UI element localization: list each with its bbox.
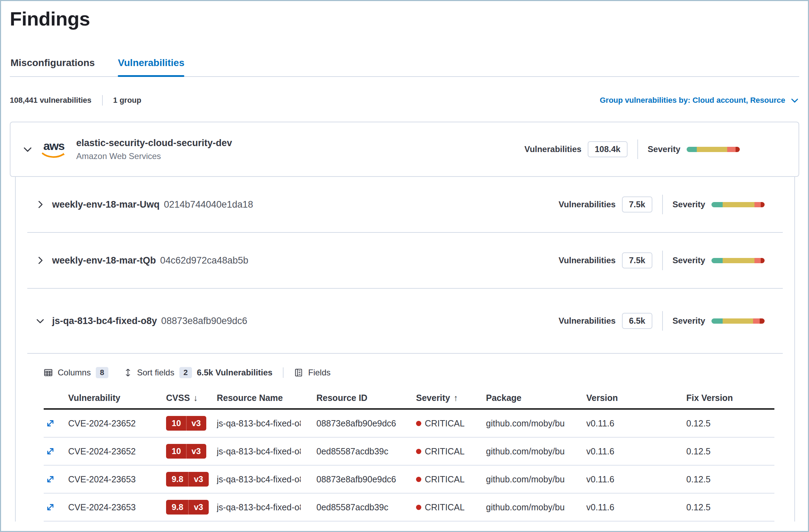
vulnerabilities-total: 108,441 vulnerabilities	[10, 96, 92, 105]
severity-cell: CRITICAL	[416, 446, 486, 456]
cvss-version: v3	[188, 472, 209, 487]
severity-label: Severity	[673, 256, 705, 265]
group-by-selector[interactable]: Group vulnerabilities by: Cloud account,…	[600, 96, 799, 105]
chevron-down-icon	[22, 144, 33, 154]
header-resource-id[interactable]: Resource ID	[316, 393, 416, 403]
severity-cell: CRITICAL	[416, 502, 486, 512]
table-row: CVE-2024-23652 10 v3 js-qa-813-bc4-fixed…	[44, 410, 774, 438]
header-version[interactable]: Version	[586, 393, 686, 403]
account-name: elastic-security-cloud-security-dev	[76, 138, 232, 149]
resource-id: 08873e8afb90e9dc6	[316, 418, 400, 429]
sort-descending-icon: ↓	[193, 393, 198, 403]
severity-bar	[687, 147, 740, 152]
header-vulnerability[interactable]: Vulnerability	[68, 393, 166, 403]
header-cvss[interactable]: CVSS↓	[166, 393, 217, 403]
vulnerabilities-label: Vulnerabilities	[524, 144, 581, 154]
fix-version: 0.12.5	[686, 418, 771, 429]
app-window: Findings Misconfigurations Vulnerabiliti…	[0, 0, 809, 532]
version: v0.11.6	[586, 474, 686, 484]
fields-button[interactable]: Fields	[294, 368, 330, 378]
expand-finding-button[interactable]	[44, 417, 57, 430]
critical-dot-icon	[416, 505, 421, 510]
package: github.com/moby/bu	[486, 446, 570, 456]
expand-diagonal-icon	[45, 418, 56, 429]
fix-version: 0.12.5	[686, 474, 771, 484]
header-severity[interactable]: Severity↑	[416, 393, 486, 403]
divider	[637, 139, 638, 159]
divider	[662, 195, 663, 214]
table-row: CVE-2024-23653 9.8 v3 js-qa-813-bc4-fixe…	[44, 466, 774, 494]
header-resource-name[interactable]: Resource Name	[217, 393, 316, 403]
vulnerabilities-table-section: Columns 8 Sort fields 2 6.5k Vulnerabili…	[16, 354, 794, 522]
vulnerabilities-label: Vulnerabilities	[559, 200, 616, 209]
header-package[interactable]: Package	[486, 393, 586, 403]
fields-label: Fields	[308, 368, 330, 378]
resource-name: js-qa-813-bc4-fixed-o8y	[217, 446, 301, 456]
fix-version: 0.12.5	[686, 502, 771, 512]
table-toolbar: Columns 8 Sort fields 2 6.5k Vulnerabili…	[44, 367, 794, 378]
fix-version: 0.12.5	[686, 446, 771, 456]
resource-id: 0ed85587acdb39c	[316, 502, 400, 512]
chevron-down-icon	[35, 316, 45, 326]
cvss-badge: 9.8 v3	[166, 500, 209, 515]
tab-vulnerabilities[interactable]: Vulnerabilities	[118, 57, 184, 76]
resource-group-name: weekly-env-18-mar-tQb	[52, 255, 156, 266]
cve-id: CVE-2024-23653	[68, 474, 166, 484]
cvss-badge: 9.8 v3	[166, 472, 209, 487]
resource-name: js-qa-813-bc4-fixed-o8y	[217, 502, 301, 512]
expand-finding-button[interactable]	[44, 445, 57, 458]
vulnerabilities-count-badge: 7.5k	[622, 196, 652, 213]
resource-group-id: 04c62d972ca48ab5b	[160, 255, 248, 266]
account-provider: Amazon Web Services	[76, 151, 232, 161]
severity-value: CRITICAL	[425, 502, 465, 512]
header-fix-version[interactable]: Fix Version	[686, 393, 771, 403]
resource-stats: Vulnerabilities 6.5k Severity	[559, 311, 765, 331]
resource-group-name: js-qa-813-bc4-fixed-o8y	[52, 316, 157, 326]
group-count: 1 group	[113, 96, 142, 105]
divider	[662, 311, 663, 331]
severity-bar	[711, 318, 765, 324]
version: v0.11.6	[586, 502, 686, 512]
summary-bar: 108,441 vulnerabilities 1 group Group vu…	[10, 95, 799, 106]
expand-finding-button[interactable]	[44, 473, 57, 486]
tab-misconfigurations[interactable]: Misconfigurations	[10, 57, 95, 76]
table-header-row: Vulnerability CVSS↓ Resource Name Resour…	[44, 387, 774, 410]
sort-updown-icon	[124, 368, 132, 377]
sort-fields-button[interactable]: Sort fields 2	[124, 367, 192, 378]
version: v0.11.6	[586, 446, 686, 456]
resource-group-name: weekly-env-18-mar-Uwq	[52, 199, 160, 210]
severity-cell: CRITICAL	[416, 418, 486, 429]
severity-label: Severity	[648, 144, 680, 154]
expand-resource-button[interactable]	[33, 197, 47, 211]
severity-bar	[711, 258, 765, 263]
package: github.com/moby/bu	[486, 474, 570, 484]
account-group-body: weekly-env-18-mar-Uwq 0214b744040e1da18 …	[15, 177, 795, 522]
critical-dot-icon	[416, 449, 421, 454]
resource-group-row: weekly-env-18-mar-tQb 04c62d972ca48ab5b …	[16, 233, 794, 288]
severity-label: Severity	[673, 316, 705, 326]
resource-id: 08873e8afb90e9dc6	[316, 474, 400, 484]
columns-button[interactable]: Columns 8	[44, 367, 108, 378]
tab-bar: Misconfigurations Vulnerabilities	[10, 57, 799, 77]
cve-id: CVE-2024-23652	[68, 446, 166, 456]
cvss-score: 10	[166, 416, 186, 431]
vulnerabilities-count-badge: 108.4k	[588, 141, 627, 157]
table-row: CVE-2024-23652 10 v3 js-qa-813-bc4-fixed…	[44, 438, 774, 466]
cvss-badge: 10 v3	[166, 444, 206, 459]
collapse-resource-button[interactable]	[33, 314, 47, 328]
sort-ascending-icon: ↑	[453, 393, 458, 403]
vulnerabilities-count-badge: 6.5k	[622, 313, 652, 329]
severity-value: CRITICAL	[425, 418, 465, 429]
columns-count-badge: 8	[96, 367, 108, 378]
divider	[102, 95, 103, 106]
expand-finding-button[interactable]	[44, 501, 57, 514]
resource-id: 0ed85587acdb39c	[316, 446, 400, 456]
resource-stats: Vulnerabilities 7.5k Severity	[559, 195, 765, 214]
severity-cell: CRITICAL	[416, 474, 486, 484]
resource-group-id: 0214b744040e1da18	[164, 199, 253, 210]
expand-diagonal-icon	[45, 474, 56, 484]
collapse-account-button[interactable]	[20, 142, 35, 157]
cvss-version: v3	[186, 416, 207, 431]
table-summary: 6.5k Vulnerabilities	[197, 368, 273, 378]
expand-resource-button[interactable]	[33, 253, 47, 267]
